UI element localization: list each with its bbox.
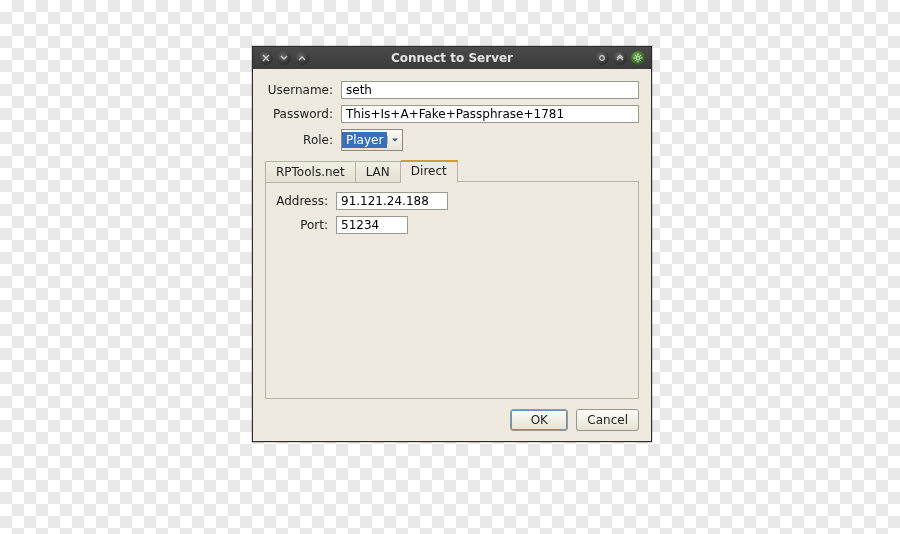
address-label: Address: [276, 194, 328, 208]
tab-direct[interactable]: Direct [401, 160, 458, 183]
dialog-body: Username: Password: Role: Player RPTools… [253, 69, 651, 441]
username-label: Username: [265, 83, 333, 97]
settings-icon[interactable] [631, 51, 645, 65]
svg-point-1 [636, 56, 640, 60]
svg-line-8 [640, 55, 641, 56]
tab-lan[interactable]: LAN [356, 161, 401, 183]
cancel-button[interactable]: Cancel [576, 409, 639, 431]
port-input[interactable] [336, 216, 408, 234]
tabpanel-direct: Address: Port: [265, 181, 639, 399]
window-title: Connect to Server [317, 51, 587, 65]
ok-button[interactable]: OK [510, 409, 568, 431]
connection-tabs: RPTools.net LAN Direct Address: Port: [265, 159, 639, 399]
ontop-icon[interactable] [613, 51, 627, 65]
port-label: Port: [276, 218, 328, 232]
password-label: Password: [265, 107, 333, 121]
connect-to-server-dialog: Connect to Server Username: Password: Ro… [252, 46, 652, 442]
shade-icon[interactable] [595, 51, 609, 65]
tab-rptools-net[interactable]: RPTools.net [265, 161, 356, 183]
close-icon[interactable] [259, 51, 273, 65]
password-input[interactable] [341, 105, 639, 123]
role-select[interactable]: Player [341, 129, 403, 151]
role-select-value: Player [342, 132, 387, 148]
svg-line-6 [635, 55, 636, 56]
svg-point-0 [600, 56, 605, 61]
maximize-icon[interactable] [295, 51, 309, 65]
role-label: Role: [265, 133, 333, 147]
titlebar[interactable]: Connect to Server [253, 47, 651, 69]
tabstrip: RPTools.net LAN Direct [265, 159, 639, 182]
svg-line-9 [635, 60, 636, 61]
address-input[interactable] [336, 192, 448, 210]
username-input[interactable] [341, 81, 639, 99]
dialog-buttons: OK Cancel [265, 409, 639, 431]
minimize-icon[interactable] [277, 51, 291, 65]
svg-line-7 [640, 60, 641, 61]
chevron-down-icon [387, 136, 402, 144]
